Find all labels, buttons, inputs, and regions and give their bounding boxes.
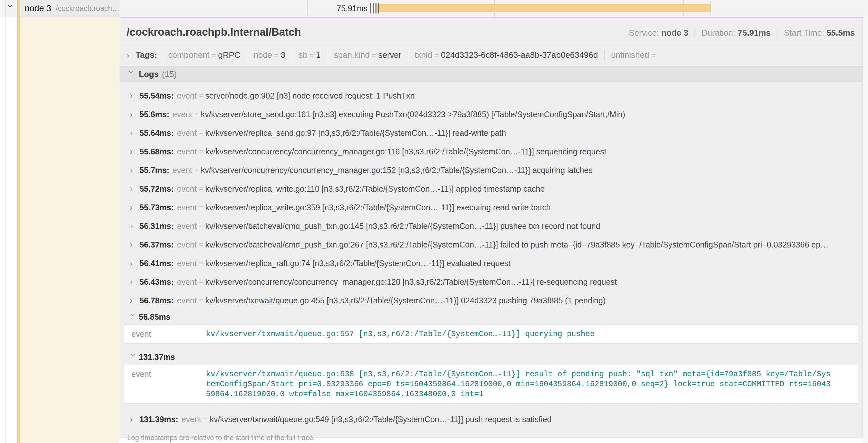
log-entry-expanded: › 131.37ms event kv/kvserver/txnwait/que… bbox=[120, 350, 863, 410]
log-marker-tick bbox=[376, 3, 377, 13]
tag-value: server bbox=[378, 50, 401, 60]
log-timestamp: 56.41ms: bbox=[140, 259, 174, 268]
log-entry-expanded-header[interactable]: › 131.37ms bbox=[120, 350, 863, 364]
log-field-key: event bbox=[177, 240, 196, 249]
equals-sign: = bbox=[196, 129, 205, 137]
tag-value: gRPC bbox=[218, 50, 240, 60]
span-meta-item: Service: node 3 bbox=[623, 28, 695, 38]
chevron-right-icon: › bbox=[130, 260, 137, 267]
tag-key: txnid bbox=[415, 50, 432, 60]
log-message: kv/kvserver/concurrency/concurrency_mana… bbox=[201, 166, 593, 175]
chevron-right-icon: › bbox=[130, 129, 137, 136]
log-field-key: event bbox=[182, 415, 201, 424]
log-timestamp: 55.64ms: bbox=[140, 128, 174, 138]
log-field-key: event bbox=[177, 128, 196, 138]
log-entry-collapsed[interactable]: › 55.72ms: event = kv/kvserver/replica_w… bbox=[120, 179, 863, 198]
log-entry-collapsed[interactable]: › 55.6ms: event = kv/kvserver/store_send… bbox=[120, 105, 863, 124]
log-message: kv/kvserver/batcheval/cmd_push_txn.go:14… bbox=[205, 222, 600, 231]
log-marker-tick bbox=[370, 3, 371, 13]
log-field-key: event bbox=[177, 296, 196, 305]
tag-key: node bbox=[253, 50, 272, 60]
log-entry-collapsed[interactable]: › 56.78ms: event = kv/kvserver/txnwait/q… bbox=[120, 291, 863, 310]
logs-title: Logs bbox=[139, 69, 159, 79]
tags-accordion[interactable]: › Tags: component=gRPCnode=3sb=1span.kin… bbox=[120, 45, 863, 65]
chevron-right-icon: › bbox=[130, 278, 137, 285]
gutter-divider bbox=[1, 0, 1, 443]
equals-sign: = bbox=[272, 52, 281, 59]
log-entry-collapsed[interactable]: › 55.54ms: event = server/node.go:902 [n… bbox=[120, 87, 863, 105]
log-entry-collapsed[interactable]: › 55.73ms: event = kv/kvserver/replica_w… bbox=[120, 198, 863, 217]
tag-value: 3 bbox=[281, 50, 285, 60]
log-message: kv/kvserver/replica_write.go:359 [n3,s3,… bbox=[205, 203, 551, 212]
equals-sign: = bbox=[196, 259, 205, 267]
log-message: kv/kvserver/replica_send.go:97 [n3,s3,r6… bbox=[205, 128, 506, 138]
span-bar[interactable] bbox=[377, 4, 711, 12]
scrollbar-track[interactable] bbox=[863, 17, 868, 443]
chevron-right-icon: › bbox=[130, 92, 137, 99]
chevron-down-icon: › bbox=[130, 353, 137, 361]
log-entry-collapsed[interactable]: › 55.68ms: event = kv/kvserver/concurren… bbox=[120, 142, 863, 161]
log-entry-collapsed[interactable]: › 55.7ms: event = kv/kvserver/concurrenc… bbox=[120, 161, 863, 179]
logs-footer-note: Log timestamps are relative to the start… bbox=[120, 429, 863, 442]
log-field-key: event bbox=[173, 166, 192, 175]
span-row-label[interactable]: node 3 /cockroach.roach… bbox=[17, 0, 120, 17]
log-timestamp: 55.6ms: bbox=[140, 110, 169, 119]
equals-sign: = bbox=[307, 52, 316, 59]
chevron-right-icon: › bbox=[130, 148, 137, 155]
log-message: kv/kvserver/replica_write.go:110 [n3,s3,… bbox=[205, 184, 545, 194]
log-timestamp: 131.39ms: bbox=[140, 415, 178, 424]
log-timestamp: 56.43ms: bbox=[140, 277, 174, 287]
tag-item: txnid=024d3323-6c8f-4863-aa8b-37ab0e6349… bbox=[408, 50, 604, 60]
log-field-key: event bbox=[177, 222, 196, 231]
span-timeline-row: 75.91ms node 3 /cockroach.roach… bbox=[0, 0, 868, 17]
log-timestamp: 55.73ms: bbox=[140, 203, 174, 212]
spacer bbox=[120, 404, 863, 410]
gutter-divider bbox=[5, 0, 6, 443]
tag-item: sb=1 bbox=[292, 50, 327, 60]
log-timestamp: 55.72ms: bbox=[140, 184, 174, 194]
log-entry-collapsed[interactable]: › 56.43ms: event = kv/kvserver/concurren… bbox=[120, 273, 863, 291]
meta-label: Service: bbox=[629, 28, 659, 38]
log-keyvalue-table: event kv/kvserver/txnwait/queue.go:557 [… bbox=[124, 325, 858, 343]
log-timestamp: 56.85ms bbox=[139, 312, 170, 322]
meta-label: Start Time: bbox=[784, 28, 824, 38]
log-timestamp: 131.37ms bbox=[139, 352, 175, 362]
log-timestamp: 56.37ms: bbox=[140, 240, 174, 249]
log-entry-expanded-header[interactable]: › 56.85ms bbox=[120, 310, 863, 324]
log-marker-tick bbox=[711, 2, 711, 14]
log-timestamp: 55.68ms: bbox=[140, 147, 174, 156]
tag-item: span.kind=server bbox=[327, 50, 408, 60]
log-field-value: kv/kvserver/txnwait/queue.go:557 [n3,s3,… bbox=[206, 329, 595, 339]
equals-sign: = bbox=[192, 166, 201, 174]
log-message: kv/kvserver/store_send.go:161 [n3,s3] ex… bbox=[201, 110, 625, 119]
log-entry-collapsed[interactable]: › 56.31ms: event = kv/kvserver/batcheval… bbox=[120, 217, 863, 235]
tags-label: Tags: bbox=[135, 50, 157, 60]
log-timestamp: 55.7ms: bbox=[140, 166, 169, 175]
meta-label: Duration: bbox=[701, 28, 735, 38]
tag-item: component=gRPC bbox=[162, 50, 247, 60]
log-timestamp: 56.31ms: bbox=[140, 222, 174, 231]
log-entry-expanded: › 56.85ms event kv/kvserver/txnwait/queu… bbox=[120, 310, 863, 350]
log-field-key: event bbox=[177, 184, 196, 194]
tag-item: node=3 bbox=[247, 50, 292, 60]
log-entry-collapsed[interactable]: › 56.37ms: event = kv/kvserver/batcheval… bbox=[120, 235, 863, 254]
meta-value: node 3 bbox=[661, 28, 688, 38]
span-meta-item: Start Time: 55.5ms bbox=[777, 28, 855, 38]
log-entry-collapsed[interactable]: › 56.41ms: event = kv/kvserver/replica_r… bbox=[120, 254, 863, 273]
chevron-down-icon: › bbox=[128, 71, 135, 78]
log-entry-collapsed[interactable]: › 131.39ms: event = kv/kvserver/txnwait/… bbox=[120, 410, 863, 429]
logs-accordion-header[interactable]: › Logs (15) bbox=[120, 66, 863, 82]
equals-sign: = bbox=[196, 147, 205, 156]
chevron-down-icon[interactable]: › bbox=[6, 4, 16, 13]
tag-key: span.kind bbox=[334, 50, 369, 60]
log-message: kv/kvserver/replica_raft.go:74 [n3,s3,r6… bbox=[205, 259, 510, 268]
equals-sign: = bbox=[196, 92, 205, 100]
log-timestamp: 55.54ms: bbox=[140, 91, 174, 100]
log-message: kv/kvserver/batcheval/cmd_push_txn.go:26… bbox=[205, 240, 829, 249]
chevron-right-icon: › bbox=[130, 204, 137, 211]
chevron-right-icon: › bbox=[130, 223, 137, 230]
log-entry-collapsed[interactable]: › 55.64ms: event = kv/kvserver/replica_s… bbox=[120, 124, 863, 142]
tag-key: sb bbox=[299, 50, 307, 60]
tag-key: component bbox=[168, 50, 210, 60]
log-field-key: event bbox=[177, 91, 196, 100]
